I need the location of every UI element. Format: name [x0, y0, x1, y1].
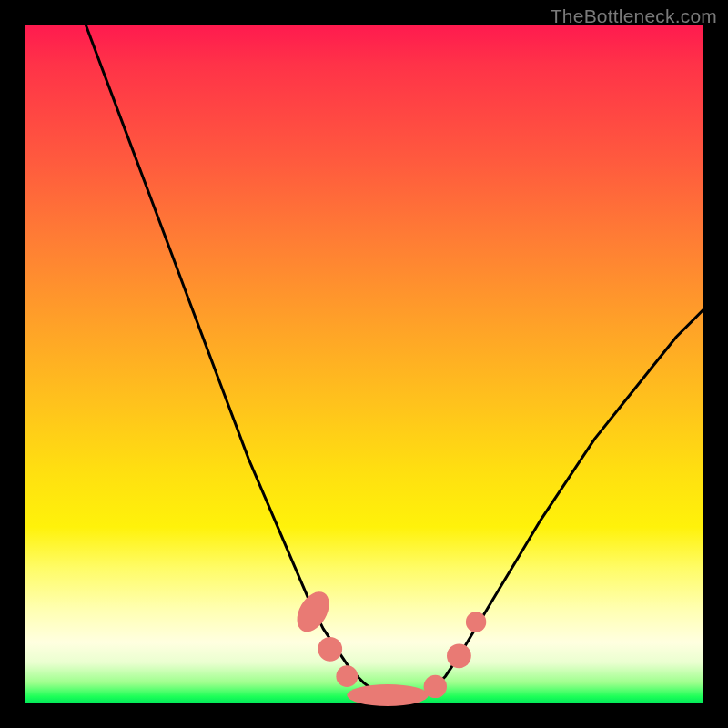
chart-svg	[25, 25, 703, 703]
chart-marker	[336, 665, 358, 687]
chart-frame: TheBottleneck.com	[0, 0, 728, 728]
chart-marker	[447, 643, 471, 668]
chart-marker	[347, 684, 429, 706]
chart-plot-area	[25, 25, 703, 703]
chart-markers	[290, 586, 486, 706]
chart-curve	[86, 25, 703, 697]
chart-marker	[424, 675, 447, 698]
watermark-text: TheBottleneck.com	[551, 5, 717, 27]
chart-marker	[466, 612, 486, 632]
bottleneck-curve-path	[86, 25, 703, 697]
chart-marker	[290, 586, 336, 637]
chart-marker	[318, 637, 342, 662]
